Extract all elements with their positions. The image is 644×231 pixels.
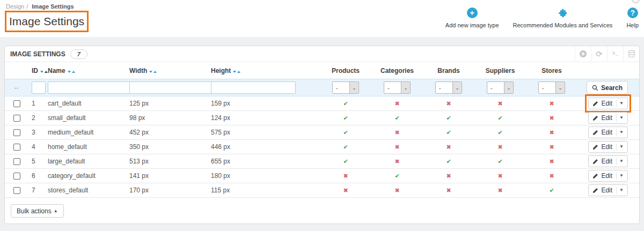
sort-asc-icon[interactable] bbox=[237, 71, 240, 73]
caret-down-icon[interactable]: ▼ bbox=[619, 159, 624, 163]
name-filter-input[interactable] bbox=[48, 81, 133, 94]
row-height: 446 px bbox=[209, 143, 320, 151]
check-icon-suppliers: ✔ bbox=[497, 130, 502, 136]
edit-label: Edit bbox=[601, 100, 612, 107]
edit-button-wrap: Edit ▼ bbox=[588, 170, 628, 182]
row-checkbox[interactable] bbox=[13, 115, 20, 122]
edit-label: Edit bbox=[601, 187, 612, 194]
recommended-modules-button[interactable]: Recommended Modules and Services bbox=[513, 8, 613, 28]
cross-icon-stores: ✖ bbox=[549, 144, 554, 150]
caret-down-icon[interactable]: ▼ bbox=[619, 116, 624, 120]
edit-button[interactable]: Edit ▼ bbox=[588, 98, 628, 109]
width-filter-input[interactable] bbox=[129, 81, 214, 94]
edit-button[interactable]: Edit ▼ bbox=[588, 141, 628, 153]
row-checkbox[interactable] bbox=[13, 158, 20, 165]
search-icon bbox=[592, 85, 598, 91]
edit-button[interactable]: Edit ▼ bbox=[588, 184, 628, 196]
help-icon: ? bbox=[627, 8, 638, 18]
pencil-icon bbox=[592, 188, 598, 193]
check-icon-brands: ✔ bbox=[446, 159, 451, 165]
cross-icon-categories: ✖ bbox=[394, 159, 399, 165]
column-header-height: Height bbox=[209, 67, 320, 74]
row-width: 452 px bbox=[127, 129, 209, 136]
sort-desc-icon[interactable] bbox=[68, 71, 71, 73]
products-filter-select[interactable]: -⌄ bbox=[332, 81, 359, 94]
check-icon-products: ✔ bbox=[343, 144, 348, 150]
image-settings-panel: IMAGE SETTINGS 7 ⟳ >_ ID Name bbox=[4, 46, 640, 224]
edit-button-divider bbox=[616, 129, 617, 136]
table-row: 1 cart_default 125 px 159 px ✔ ✖ ✖ ✖ ✖ E… bbox=[5, 96, 639, 111]
check-icon-categories: ✔ bbox=[394, 173, 399, 179]
categories-filter-select[interactable]: -⌄ bbox=[384, 81, 411, 94]
table-row: 2 small_default 98 px 124 px ✔ ✔ ✔ ✔ ✖ E… bbox=[5, 111, 639, 125]
sort-desc-icon[interactable] bbox=[40, 71, 43, 73]
panel-add-icon[interactable] bbox=[575, 46, 591, 62]
search-label: Search bbox=[601, 84, 623, 92]
row-checkbox[interactable] bbox=[13, 187, 20, 194]
puzzle-piece-icon bbox=[557, 8, 568, 18]
column-header-categories: Categories bbox=[371, 67, 423, 74]
pencil-icon bbox=[592, 159, 598, 165]
edit-label: Edit bbox=[601, 143, 612, 151]
panel-heading: IMAGE SETTINGS 7 ⟳ >_ bbox=[5, 46, 639, 62]
row-id: 5 bbox=[28, 158, 46, 165]
edit-button[interactable]: Edit ▼ bbox=[588, 170, 628, 182]
edit-button-wrap: Edit ▼ bbox=[588, 155, 628, 167]
edit-button-wrap: Edit ▼ bbox=[588, 112, 628, 124]
sort-desc-icon[interactable] bbox=[233, 71, 236, 73]
panel-export-db-icon[interactable] bbox=[623, 46, 639, 62]
brands-filter-select[interactable]: -⌄ bbox=[435, 81, 462, 94]
bulk-actions-button[interactable]: Bulk actions ▲ bbox=[11, 204, 64, 218]
cross-icon-categories: ✖ bbox=[394, 188, 399, 193]
caret-down-icon[interactable]: ▼ bbox=[619, 188, 624, 192]
caret-down-icon[interactable]: ▼ bbox=[619, 130, 624, 135]
row-checkbox[interactable] bbox=[13, 173, 20, 180]
help-button[interactable]: ? Help bbox=[626, 8, 639, 28]
row-id: 2 bbox=[28, 114, 46, 122]
pencil-icon bbox=[592, 130, 598, 136]
sort-icons-name[interactable] bbox=[68, 71, 75, 73]
panel-title: IMAGE SETTINGS bbox=[10, 50, 65, 58]
cross-icon-stores: ✖ bbox=[549, 130, 554, 136]
sort-desc-icon[interactable] bbox=[149, 71, 152, 73]
chevron-down-icon: ⌄ bbox=[401, 82, 410, 93]
cross-icon-brands: ✖ bbox=[446, 173, 451, 179]
breadcrumb-separator: / bbox=[26, 3, 28, 10]
panel-sql-icon[interactable]: >_ bbox=[607, 46, 623, 62]
sort-icons-width[interactable] bbox=[149, 71, 157, 73]
chevron-down-icon: ⌄ bbox=[504, 82, 513, 93]
table-row: 7 stores_default 170 px 115 px ✖ ✖ ✖ ✖ ✔… bbox=[5, 183, 639, 198]
edit-button-wrap: Edit ▼ bbox=[588, 184, 628, 196]
row-checkbox[interactable] bbox=[13, 144, 20, 151]
row-id: 4 bbox=[28, 143, 46, 151]
id-filter-input[interactable] bbox=[32, 81, 46, 94]
sort-asc-icon[interactable] bbox=[72, 71, 75, 73]
row-checkbox[interactable] bbox=[13, 129, 20, 136]
header-toolbar: + Add new image type Recommended Modules… bbox=[445, 8, 639, 28]
edit-button[interactable]: Edit ▼ bbox=[588, 126, 628, 138]
sort-icons-height[interactable] bbox=[233, 71, 240, 73]
caret-down-icon[interactable]: ▼ bbox=[619, 145, 624, 149]
edit-button[interactable]: Edit ▼ bbox=[588, 155, 628, 167]
breadcrumb-parent[interactable]: Design bbox=[6, 3, 24, 10]
table-header-row: ID Name Width Height Products Categories… bbox=[5, 62, 639, 79]
check-icon-products: ✔ bbox=[343, 115, 348, 121]
edit-button[interactable]: Edit ▼ bbox=[588, 112, 628, 124]
row-id: 7 bbox=[28, 187, 46, 194]
add-new-image-type-button[interactable]: + Add new image type bbox=[445, 8, 499, 28]
row-checkbox[interactable] bbox=[13, 100, 20, 107]
sort-asc-icon[interactable] bbox=[153, 71, 157, 73]
stores-filter-select[interactable]: -⌄ bbox=[538, 81, 565, 94]
caret-down-icon[interactable]: ▼ bbox=[619, 174, 624, 178]
search-button[interactable]: Search bbox=[587, 81, 628, 94]
suppliers-filter-select[interactable]: -⌄ bbox=[487, 81, 514, 94]
row-name: home_default bbox=[46, 143, 127, 151]
caret-down-icon[interactable]: ▼ bbox=[619, 101, 624, 106]
panel-refresh-icon[interactable]: ⟳ bbox=[591, 46, 607, 62]
height-filter-input[interactable] bbox=[211, 81, 296, 94]
cross-icon-stores: ✖ bbox=[549, 159, 554, 165]
check-icon-products: ✔ bbox=[343, 159, 348, 165]
panel-footer: Bulk actions ▲ bbox=[5, 198, 639, 223]
row-name: medium_default bbox=[46, 129, 127, 136]
check-icon-brands: ✔ bbox=[446, 130, 451, 136]
